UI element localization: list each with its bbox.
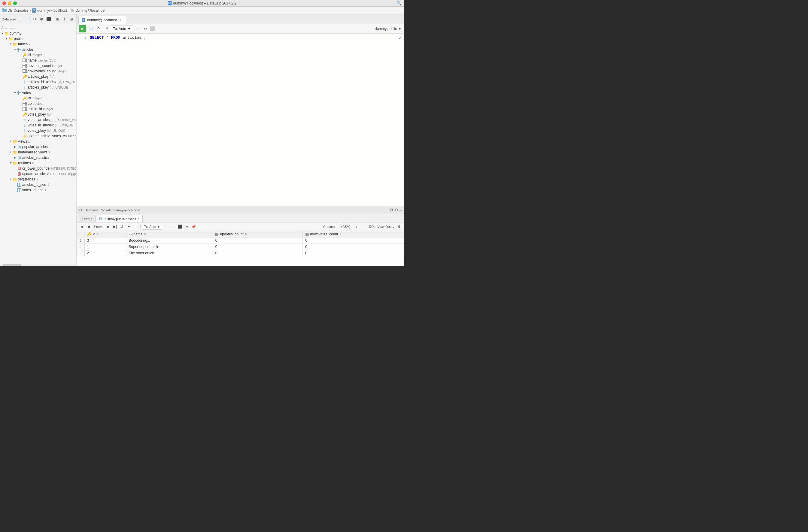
stop-button[interactable]: ⬛ — [45, 16, 52, 22]
tree-node-votes-article-id[interactable]: ▶ article_id integer — [0, 106, 76, 112]
stop-result-button[interactable]: ⬛ — [177, 224, 183, 230]
tree-node-articles-name[interactable]: ▶ name varchar(255) — [0, 58, 76, 63]
close-button[interactable] — [2, 1, 6, 5]
tree-node-articles-pkey2[interactable]: ▶ ℹ articles_pkey (id) UNIQUE — [0, 85, 76, 90]
expand-routines[interactable]: ▼ — [9, 161, 13, 165]
result-settings-button[interactable]: ⚙ — [396, 224, 402, 230]
add-row-button[interactable]: + — [126, 224, 132, 230]
tree-node-public[interactable]: ▼ 📁 public — [0, 36, 76, 41]
stop-exec-button[interactable] — [150, 26, 155, 31]
table-row[interactable]: 1 3 Boooooring... 0 0 — [77, 238, 404, 244]
tree-node-articles-id[interactable]: ▶ 🔑 id integer — [0, 52, 76, 58]
database-tree[interactable]: Schemas... ▼ 📁 dummy ▼ 📁 public ▼ 📁 tabl… — [0, 24, 76, 264]
row-upvotes-cell[interactable]: 0 — [213, 244, 302, 250]
rollback-button[interactable]: ↩ — [142, 25, 149, 32]
tree-node-articles-id-seq[interactable]: ▶ articles_id_seq 1 — [0, 182, 76, 187]
expand-votes[interactable]: ▼ — [13, 91, 17, 95]
expand-articles[interactable]: ▼ — [13, 48, 17, 51]
run-button[interactable]: ▶ — [79, 25, 86, 33]
export-csv-button[interactable]: Comma-...d (CSV) — [322, 225, 351, 229]
refresh-result-button[interactable]: ↺ — [119, 224, 125, 230]
tree-node-trigger[interactable]: ▶ ⚡ update_article_votes_count after ins… — [0, 133, 76, 139]
tree-node-update-trigger-fn[interactable]: ▶ F update_article_votes_count_trigger()… — [0, 171, 76, 176]
editor-tab-dummy[interactable]: 🐘 dummy@localhost × — [78, 16, 126, 24]
row-upvotes-cell[interactable]: 0 — [213, 238, 302, 244]
console-minimize-icon[interactable]: – — [400, 208, 402, 212]
row-id-cell[interactable]: 1 — [85, 244, 126, 250]
col-downvotes-sort[interactable]: ⇅ — [339, 233, 342, 236]
tree-node-votes-id[interactable]: ▶ 🔑 id integer — [0, 95, 76, 101]
breadcrumb-localhost-1[interactable]: 🐘 dummy@localhost — [32, 8, 67, 13]
row-name-cell[interactable]: The other article — [126, 250, 213, 256]
console-gear-icon[interactable]: ⚙ — [390, 208, 393, 212]
expand-dummy[interactable]: ▼ — [1, 32, 4, 35]
export-up-button[interactable]: ↑ — [361, 224, 367, 230]
expand-articles-statistics[interactable]: ▶ — [13, 156, 17, 159]
compare-button[interactable]: ⇔ — [184, 224, 190, 230]
export-button[interactable]: ↑ — [61, 16, 68, 22]
row-name-cell[interactable]: Boooooring... — [126, 238, 213, 244]
code-editor[interactable]: 1 SELECT * FROM articles ; ✓ — [77, 34, 404, 206]
console-settings-icon[interactable]: ⚙ — [79, 208, 82, 212]
commit-button[interactable]: ✓ — [134, 25, 141, 32]
tree-node-tables[interactable]: ▼ 📁 tables 2 — [0, 41, 76, 47]
minimize-button[interactable] — [8, 1, 12, 5]
col-id-sort[interactable]: ⇅ — [96, 233, 99, 236]
filter-button[interactable]: ⊕ — [38, 16, 45, 22]
tree-node-votes-pkey[interactable]: ▶ 🔑 votes_pkey (id) — [0, 112, 76, 117]
expand-matviews[interactable]: ▼ — [9, 150, 13, 154]
tree-node-votes[interactable]: ▼ votes — [0, 90, 76, 95]
col-name-sort[interactable]: ⇅ — [144, 233, 146, 236]
row-id-cell[interactable]: 3 — [85, 238, 126, 244]
tree-node-sequences[interactable]: ▼ 📁 sequences 2 — [0, 176, 76, 182]
row-id-cell[interactable]: 2 — [85, 250, 126, 256]
col-upvotes-sort[interactable]: ⇅ — [245, 233, 247, 236]
next-page-button[interactable]: ▶ — [105, 224, 111, 230]
breadcrumb-localhost-2[interactable]: 🐘 dummy@localhost — [71, 8, 106, 13]
tree-node-votes-pkey2[interactable]: ▶ ℹ votes_pkey (id) UNIQUE — [0, 128, 76, 133]
tree-node-votes-id-uindex[interactable]: ▶ ℹ votes_id_uindex (id) UNIQUE — [0, 122, 76, 128]
breadcrumb-db-consoles[interactable]: DB Consoles — [2, 8, 29, 13]
prev-page-button[interactable]: ◀ — [85, 224, 91, 230]
submit-button[interactable]: ↑ — [163, 224, 169, 230]
row-downvotes-cell[interactable]: 0 — [303, 250, 404, 256]
articles-tab-close[interactable]: × — [137, 217, 140, 220]
export-down-button[interactable]: ↓ — [353, 224, 359, 230]
expand-popular-articles[interactable]: ▶ — [13, 145, 17, 149]
run-plan-button[interactable]: P — [95, 25, 102, 32]
view-query-button[interactable]: View Query — [377, 225, 394, 228]
tab-close-button[interactable]: × — [118, 18, 123, 22]
table-view-button[interactable]: ⊞ — [54, 16, 61, 22]
code-content-1[interactable]: SELECT * FROM articles ; — [89, 35, 149, 41]
settings-button[interactable]: ⊞ — [68, 16, 74, 22]
expand-views[interactable]: ▼ — [9, 139, 13, 143]
last-page-button[interactable]: ▶| — [112, 224, 118, 230]
row-downvotes-cell[interactable]: 0 — [303, 238, 404, 244]
col-header-id[interactable]: 🔑 id ⇅ — [85, 231, 126, 238]
row-upvotes-cell[interactable]: 0 — [213, 250, 302, 256]
result-tab-articles[interactable]: dummy.public.articles × — [96, 215, 143, 222]
col-header-upvotes[interactable]: upvotes_count ⇅ — [213, 231, 302, 238]
row-downvotes-cell[interactable]: 0 — [303, 244, 404, 250]
row-name-cell[interactable]: Super duper article — [126, 244, 213, 250]
tree-node-views[interactable]: ▼ 📁 views 1 — [0, 139, 76, 144]
tree-node-ci-lower-bounds[interactable]: ▶ F ci_lower_bounds(INTEGER, INTEGER): D… — [0, 166, 76, 171]
add-datasource-button[interactable]: + — [18, 16, 24, 22]
tree-node-popular-articles[interactable]: ▶ ⊞ popular_articles — [0, 144, 76, 150]
tree-node-articles[interactable]: ▼ articles — [0, 47, 76, 52]
tree-node-articles-statistics[interactable]: ▶ ⊞ articles_statistics — [0, 155, 76, 160]
tx-mode-dropdown[interactable]: Tx: Auto ▼ — [111, 25, 133, 32]
data-table-container[interactable]: 🔑 id ⇅ name ⇅ — [77, 231, 404, 266]
run-file-button[interactable]: 📄 — [87, 25, 94, 32]
table-row[interactable]: 2 1 Super duper article 0 0 — [77, 244, 404, 250]
tree-node-articles-id-uindex[interactable]: ▶ ℹ articles_id_uindex (id) UNIQUE — [0, 79, 76, 85]
console-settings2-icon[interactable]: ⚙ — [395, 208, 398, 212]
expand-tables[interactable]: ▼ — [9, 42, 13, 46]
search-icon[interactable]: 🔍 — [397, 1, 402, 6]
ddl-button[interactable]: DDL — [369, 225, 375, 228]
schema-selector[interactable]: dummy.public ▼ — [375, 27, 402, 31]
pin-button[interactable]: 📌 — [191, 224, 197, 230]
col-header-name[interactable]: name ⇅ — [126, 231, 213, 238]
refresh-button[interactable]: ↺ — [32, 16, 38, 22]
col-header-downvotes[interactable]: downvotes_count ⇅ — [303, 231, 404, 238]
